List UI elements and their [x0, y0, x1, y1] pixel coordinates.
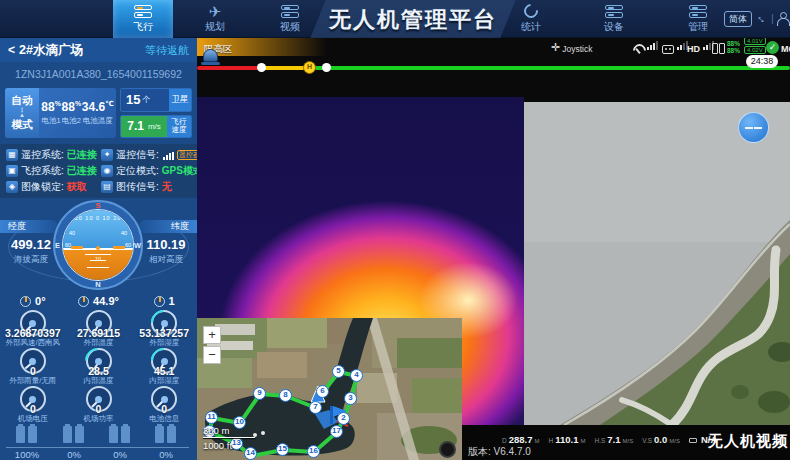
waypoint-marker[interactable]: 17 [330, 425, 343, 438]
joystick-icon: ✛ [551, 41, 560, 54]
joystick-label: Joystick [562, 44, 592, 54]
app-window: 飞行 ✈ 规划 视频 无人机管理平台 统计 设备 管理 简体 ↔ | 限高区 [0, 0, 790, 460]
tab-flight-label: 飞行 [133, 20, 153, 34]
rtk-dial: 1 [131, 292, 197, 310]
gauge-ext-temperature: 27.69115 外部温度 [66, 310, 132, 348]
tab-devices[interactable]: 设备 [584, 0, 644, 38]
check-icon: ✓ [766, 41, 779, 54]
wind-dial-icon [20, 296, 31, 307]
rtk-dial-icon [154, 296, 165, 307]
fc-system-status: ▣ 飞控系统: 已连接 [6, 164, 101, 178]
remote-controller-icon [662, 45, 674, 54]
battery-mini-icon [689, 438, 697, 443]
gps-signal-indicator [633, 40, 658, 54]
waypoint-marker[interactable]: 15 [276, 443, 289, 456]
longitude-banner: 经度 [0, 220, 58, 233]
map-zoom-in-button[interactable]: + [203, 326, 221, 344]
waypoint-marker[interactable]: 9 [253, 387, 266, 400]
waypoint-marker[interactable]: 8 [279, 389, 292, 402]
joystick-button[interactable]: ✛ Joystick [551, 40, 592, 54]
battery2-percent: 88% [727, 48, 740, 55]
alarm-bell-icon[interactable] [203, 49, 218, 62]
waypoint-marker[interactable]: 4 [350, 369, 363, 382]
slider-home-handle[interactable]: H [303, 61, 316, 74]
drone-name: 2#水滴广场 [19, 42, 145, 59]
rc-signal-icon: ✦ [101, 149, 113, 161]
summary-cards: 自动 ⋮▲ 模式 88% 电池1 88% 电池2 34.6℃ 电池温度 [0, 86, 197, 144]
waypoint-marker[interactable]: 11 [205, 411, 218, 424]
waypoint-marker[interactable]: 14 [244, 447, 257, 460]
minimap-panel[interactable]: 2 3 4 5 6 7 8 9 10 11 12 13 14 15 16 17 … [197, 318, 462, 460]
rc-tag: 遥控器 [177, 150, 197, 160]
waypoint-marker[interactable]: 5 [332, 365, 345, 378]
mini-dials-row: 0° 44.9° 1 [0, 292, 197, 310]
back-arrow[interactable]: < [8, 43, 15, 57]
battery-group-percent: 0% [144, 449, 188, 460]
tab-statistics-label: 统计 [521, 20, 541, 34]
image-lock-status: ◈ 图像锁定: 获取 [6, 180, 101, 194]
visible-camera-feed[interactable] [524, 102, 790, 425]
battery-card: 自动 ⋮▲ 模式 88% 电池1 88% 电池2 34.6℃ 电池温度 [5, 88, 116, 138]
compass-e: E [55, 241, 60, 250]
artificial-horizon: 20 10 0 10 20 40 40 60 60 10 [62, 209, 134, 281]
telemetry-metrics: D 288.7 M H 110.1 M H.S 7.1 M/S V.S 0.0 … [502, 434, 717, 445]
waypoint-marker[interactable]: 10 [233, 416, 246, 429]
tab-statistics[interactable]: 统计 [501, 0, 561, 38]
gauge-battery-info: 0 电池信息 [131, 386, 197, 424]
link-status-grid: ▦ 遥控系统: 已连接 ✦ 遥控信号: 遥控器 ▣ 飞控系统: 已连接 ◉ 定位… [0, 144, 197, 198]
tab-planning-label: 规划 [205, 20, 225, 34]
tab-video[interactable]: 视频 [260, 0, 320, 38]
firmware-version: 版本: V6.4.7.0 [468, 445, 531, 459]
flight-sidebar: < 2#水滴广场 等待返航 1ZN3J1A001A380_16540011596… [0, 38, 197, 460]
satellite-count-box: 15 个 卫星 [120, 88, 192, 112]
telemetry-bottom-bar: 版本: V6.4.7.0 D 288.7 M H 110.1 M H.S 7.1… [462, 425, 790, 460]
sat-speed-column: 15 个 卫星 7.1 m/s 飞行 速度 [120, 88, 192, 138]
gauge-wind-speed: 3.26870397 外部风速/西南风 [0, 310, 66, 348]
waypoint-marker[interactable]: 6 [316, 385, 329, 398]
tab-planning[interactable]: ✈ 规划 [185, 0, 245, 38]
map-locate-button[interactable] [439, 441, 456, 458]
gauge-int-temperature: 28.5 内部温度 [66, 348, 132, 386]
battery-group [63, 426, 84, 443]
fullscreen-icon[interactable]: ↔ [754, 10, 770, 26]
speed-value: 7.1 m/s [121, 116, 167, 138]
waypoint-marker[interactable]: 3 [344, 392, 357, 405]
user-icon[interactable] [777, 12, 788, 25]
slider-dot-right[interactable] [322, 63, 331, 72]
metric-horizontal-speed: H.S 7.1 M/S [594, 434, 633, 445]
battery-group-percent: 0% [52, 449, 96, 460]
hd-label: HD [687, 44, 700, 54]
slider-dot-left[interactable] [257, 63, 266, 72]
gimbal-compass-button[interactable] [738, 112, 769, 143]
slider-segment-red [197, 66, 261, 70]
battery1-cell: 88% 电池1 [41, 100, 61, 126]
waypoint-marker[interactable]: 2 [337, 412, 350, 425]
horizon-ground [63, 248, 133, 280]
battery-group [16, 426, 37, 443]
language-toggle[interactable]: 简体 [724, 11, 752, 27]
app-title: 无人机管理平台 [328, 5, 498, 35]
map-scale-bar [203, 437, 255, 438]
flight-mode-box[interactable]: 自动 ⋮▲ 模式 [5, 88, 39, 138]
hd-signal-indicator: HD [687, 40, 714, 54]
wind-direction-dial: 0° [0, 292, 66, 310]
mqtt-label: MQ [781, 44, 790, 54]
gauge-ext-humidity: 53.137257 外部湿度 [131, 310, 197, 348]
rc-signal-indicator [662, 40, 688, 54]
metric-height: H 110.1 M [548, 434, 585, 445]
waypoint-marker[interactable]: 7 [309, 401, 322, 414]
tab-video-label: 视频 [280, 20, 300, 34]
rc-system-status: ▦ 遥控系统: 已连接 [6, 148, 101, 162]
waypoint-marker[interactable]: 16 [307, 445, 320, 458]
flight-speed-box: 7.1 m/s 飞行 速度 [120, 115, 192, 139]
battery-values: 88% 电池1 88% 电池2 34.6℃ 电池温度 [39, 88, 116, 138]
battery-temp-cell: 34.6℃ 电池温度 [82, 100, 114, 126]
speed-badge: 飞行 速度 [167, 116, 191, 138]
map-zoom-out-button[interactable]: − [203, 346, 221, 364]
tab-flight[interactable]: 飞行 [113, 0, 173, 38]
tab-management[interactable]: 管理 [668, 0, 728, 38]
drone-serial: 1ZN3J1A001A380_1654001159692 [0, 62, 197, 86]
divider [6, 447, 189, 448]
battery-pack-indicator: 88% 88% [712, 40, 740, 54]
battery-group [109, 426, 130, 443]
